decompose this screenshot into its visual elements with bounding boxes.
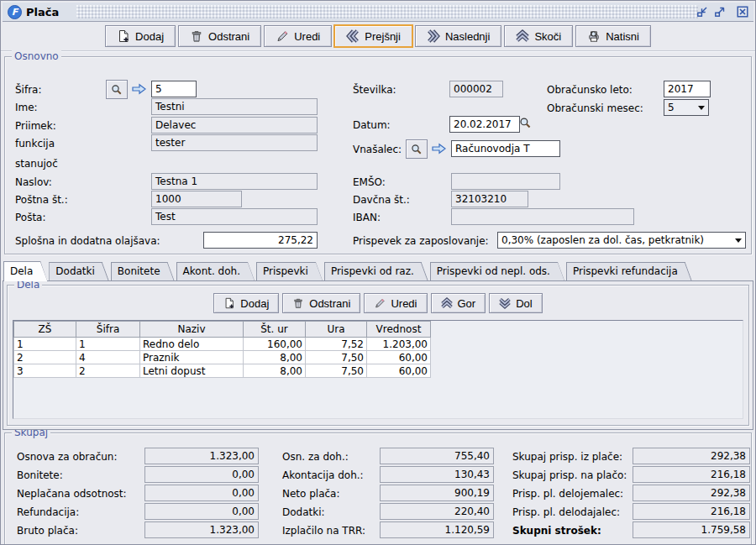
dela-down-button[interactable]: Dol <box>489 293 543 313</box>
dela-down-label: Dol <box>516 297 533 310</box>
dela-add-button[interactable]: Dodaj <box>213 293 279 313</box>
obracunsko-leto-field[interactable]: 2017 <box>664 81 711 97</box>
chevrons-right-icon <box>427 29 440 43</box>
page-plus-icon <box>117 29 130 43</box>
next-button[interactable]: Naslednji <box>415 25 501 47</box>
datum-field[interactable]: 20.02.2017 <box>449 116 520 133</box>
titlebar[interactable]: F Plača <box>3 3 753 22</box>
olajsava-label: Splošna in dodatna olajšava: <box>15 234 160 248</box>
table-row[interactable]: 2 4 Praznik 8,00 7,50 60,00 <box>14 351 431 364</box>
cell-zs: 3 <box>14 364 76 378</box>
cell-ura: 7,50 <box>306 364 367 378</box>
prisp-pl-delodajalec-field: 216,18 <box>633 503 750 520</box>
skupaj-prisp-iz-place-label: Skupaj prisp. iz plače: <box>512 450 622 464</box>
dela-remove-button[interactable]: Odstrani <box>282 293 360 313</box>
minimize-button[interactable] <box>696 5 709 18</box>
prisp-pl-delojemalec-field: 292,38 <box>633 485 750 501</box>
tab-bonitete[interactable]: Bonitete <box>111 262 175 280</box>
tab-prispevki-od-raz[interactable]: Prispevki od raz. <box>324 262 428 280</box>
remove-button[interactable]: Odstrani <box>178 25 261 47</box>
previous-button[interactable]: Prejšnji <box>334 25 412 47</box>
bonitete-label: Bonitete: <box>17 469 63 482</box>
akontacija-doh-label: Akontacija doh.: <box>282 469 364 482</box>
obracunski-mesec-select[interactable]: 5 <box>664 99 709 116</box>
col-header-vrednost[interactable]: Vrednost <box>367 322 431 338</box>
datum-magnifier-icon[interactable] <box>519 117 532 129</box>
dela-remove-label: Odstrani <box>309 297 350 310</box>
col-header-sifra[interactable]: Šifra <box>76 322 140 338</box>
sifra-field[interactable]: 5 <box>151 81 197 97</box>
print-button-label: Natisni <box>606 30 639 43</box>
skupni-strosek-label: Skupni strošek: <box>512 524 601 537</box>
cell-ura: 7,50 <box>306 351 367 364</box>
osnovno-group-title: Osnovno <box>12 50 61 62</box>
magnifier-icon <box>111 84 123 96</box>
chevrons-left-icon <box>346 29 360 43</box>
chevrons-down-icon <box>499 297 511 309</box>
cell-sifra: 1 <box>76 338 140 351</box>
minimize-icon <box>696 5 709 18</box>
skupaj-prisp-na-placo-label: Skupaj prisp. na plačo: <box>512 469 627 482</box>
dela-up-button[interactable]: Gor <box>431 293 486 313</box>
arrow-right-icon <box>131 83 147 95</box>
prispevek-select[interactable]: 0,30% (zaposlen za dol. čas, petkratnik) <box>497 232 746 249</box>
jump-button[interactable]: Skoči <box>504 25 573 47</box>
cell-sifra: 2 <box>76 364 140 378</box>
table-row[interactable]: 1 1 Redno delo 160,00 7,52 1.203,00 <box>14 338 431 351</box>
naslov-field: Testna 1 <box>151 173 318 190</box>
vnasalec-field[interactable]: Računovodja T <box>451 140 560 157</box>
close-icon <box>736 5 749 18</box>
sifra-label: Šifra: <box>15 83 42 97</box>
next-button-label: Naslednji <box>445 30 490 43</box>
col-header-zs[interactable]: ZŠ <box>14 322 76 338</box>
edit-button[interactable]: Uredi <box>264 25 332 47</box>
emso-label: EMŠO: <box>353 176 386 189</box>
col-header-st-ur[interactable]: Št. ur <box>244 322 306 338</box>
bruto-placa-label: Bruto plača: <box>17 524 78 537</box>
bruto-placa-field: 1.323,00 <box>144 521 259 538</box>
skupaj-prisp-na-placo-field: 216,18 <box>633 466 750 483</box>
cell-st-ur: 8,00 <box>244 364 306 378</box>
close-button[interactable] <box>736 5 749 18</box>
dodatki-field: 220,40 <box>380 503 494 520</box>
titlebar-texture <box>76 5 698 18</box>
sifra-lookup-button[interactable] <box>106 80 128 99</box>
col-header-naziv[interactable]: Naziv <box>140 322 244 338</box>
trash-icon <box>190 29 203 43</box>
chevrons-up-icon <box>441 297 453 309</box>
olajsava-field[interactable]: 275,22 <box>203 232 318 249</box>
dela-edit-button[interactable]: Uredi <box>364 293 427 313</box>
cell-naziv: Praznik <box>140 351 244 364</box>
izplacilo-na-trr-label: Izplačilo na TRR: <box>282 524 365 537</box>
col-header-ura[interactable]: Ura <box>306 322 367 338</box>
arrow-right-icon <box>431 143 447 155</box>
davcna-st-field: 32103210 <box>451 191 528 207</box>
refundacija-label: Refundacija: <box>17 506 79 519</box>
maximize-icon <box>713 5 727 18</box>
cell-ura: 7,52 <box>306 338 367 351</box>
tab-prispevki[interactable]: Prispevki <box>256 262 323 280</box>
add-button[interactable]: Dodaj <box>105 25 176 47</box>
maximize-button[interactable] <box>713 5 727 18</box>
page-plus-icon <box>223 297 235 309</box>
skupaj-prisp-iz-place-field: 292,38 <box>633 448 750 464</box>
postna-st-label: Poštna št.: <box>15 193 68 207</box>
prisp-pl-delojemalec-label: Prisp. pl. delojemalec: <box>512 487 623 500</box>
naslov-label: Naslov: <box>15 176 52 189</box>
ime-label: Ime: <box>15 101 38 114</box>
table-row[interactable]: 3 2 Letni dopust 8,00 7,50 60,00 <box>14 364 431 378</box>
tab-akont-doh[interactable]: Akont. doh. <box>176 262 255 280</box>
neto-placa-label: Neto plača: <box>282 487 340 500</box>
tab-prispevki-od-nepl-ods[interactable]: Prispevki od nepl. ods. <box>430 262 564 280</box>
print-preview-icon <box>587 29 601 43</box>
previous-button-label: Prejšnji <box>365 30 401 43</box>
ime-field: Testni <box>151 98 318 115</box>
vnasalec-lookup-button[interactable] <box>406 139 428 159</box>
tab-dela[interactable]: Dela <box>3 261 47 281</box>
tab-dodatki[interactable]: Dodatki <box>49 262 109 280</box>
tab-prispevki-refundacija[interactable]: Prispevki refundacija <box>566 262 692 280</box>
priimek-label: Priimek: <box>15 119 56 133</box>
cell-st-ur: 160,00 <box>244 338 306 351</box>
print-button[interactable]: Natisni <box>575 25 651 47</box>
emso-field <box>451 173 560 190</box>
